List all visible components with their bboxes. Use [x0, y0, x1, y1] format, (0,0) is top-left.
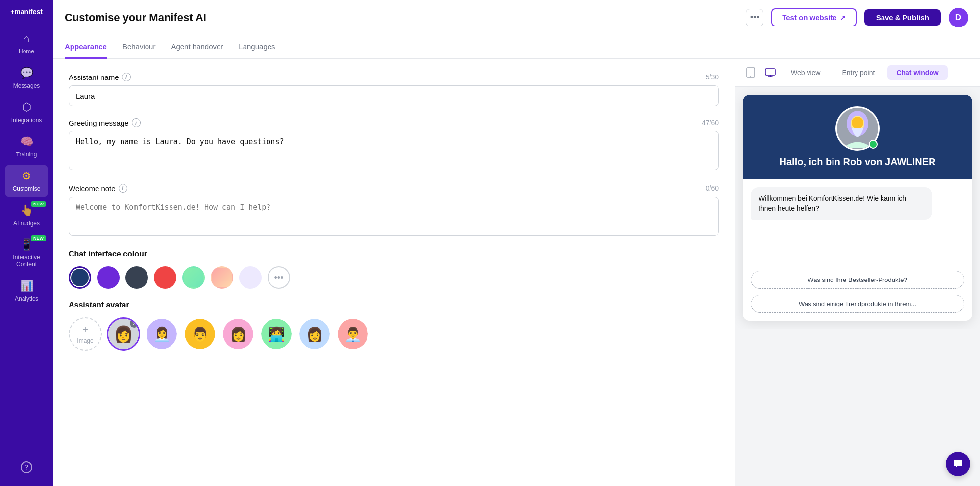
sidebar-item-label: AI nudges: [13, 220, 40, 227]
sidebar-item-training[interactable]: 🧠 Training: [5, 130, 48, 163]
avatar-face-5: 👩‍💻: [261, 319, 292, 349]
chat-avatar-wrap: [835, 106, 880, 151]
welcome-note-label: Welcome note i: [69, 184, 127, 193]
tab-agent-handover[interactable]: Agent handover: [171, 35, 223, 59]
chat-colour-field: Chat interface colour •••: [69, 250, 719, 289]
sidebar-item-interactive-content[interactable]: NEW 📱 Interactive Content: [5, 233, 48, 273]
chat-suggestion-1[interactable]: Was sind Ihre Bestseller-Produkte?: [751, 271, 964, 289]
home-icon: ⌂: [23, 32, 29, 45]
welcome-note-label-row: Welcome note i 0/60: [69, 184, 719, 193]
avatar-option-4[interactable]: 👩: [221, 317, 255, 351]
welcome-note-info-icon[interactable]: i: [119, 184, 127, 193]
welcome-note-input[interactable]: [69, 197, 719, 236]
logo-text: +manifest: [10, 8, 43, 16]
chat-greeting-bubble: Willkommen bei KomfortKissen.de! Wie kan…: [751, 187, 932, 220]
chat-suggestion-2[interactable]: Was sind einige Trendprodukte in Ihrem..…: [751, 295, 964, 313]
sidebar-item-ai-nudges-wrap: NEW 👆 AI nudges: [5, 199, 48, 231]
greeting-message-label: Greeting message i: [69, 118, 141, 127]
tabs-row: Appearance Behaviour Agent handover Lang…: [53, 35, 980, 59]
welcome-note-count: 0/60: [706, 184, 719, 192]
assistant-name-input[interactable]: [69, 85, 719, 106]
sidebar-item-ai-nudges[interactable]: NEW 👆 AI nudges: [5, 199, 48, 231]
greeting-message-field: Greeting message i 47/60 Hello, my name …: [69, 118, 719, 172]
remove-avatar-badge[interactable]: ✕: [130, 319, 139, 328]
online-status-dot: [869, 140, 878, 149]
assistant-avatar-field: Assistant avatar + Image 👩 ✕ 👩‍💼: [69, 301, 719, 351]
color-swatch-purple[interactable]: [97, 266, 120, 289]
avatar-face-6: 👩: [299, 319, 330, 349]
chat-body: Willkommen bei KomfortKissen.de! Wie kan…: [743, 179, 972, 321]
avatar-face-3: 👨: [185, 319, 215, 349]
chat-header-name: Hallo, ich bin Rob von JAWLINER: [780, 156, 936, 168]
chat-float-button[interactable]: [946, 452, 970, 476]
sidebar-item-label: Analytics: [15, 295, 38, 302]
tab-languages[interactable]: Languages: [239, 35, 275, 59]
new-badge-ai-nudges: NEW: [31, 201, 46, 207]
preview-tab-entry-point[interactable]: Entry point: [833, 65, 883, 80]
welcome-note-field: Welcome note i 0/60: [69, 184, 719, 238]
greeting-message-input[interactable]: Hello, my name is Laura. Do you have que…: [69, 131, 719, 170]
color-swatch-red[interactable]: [154, 266, 176, 289]
svg-point-1: [750, 76, 751, 77]
tab-appearance[interactable]: Appearance: [65, 35, 107, 59]
color-swatch-teal[interactable]: [182, 266, 205, 289]
sidebar-item-interactive-wrap: NEW 📱 Interactive Content: [5, 233, 48, 273]
tab-behaviour[interactable]: Behaviour: [122, 35, 156, 59]
avatar-face-7: 👨‍💼: [338, 319, 368, 349]
page-title: Customise your Manifest AI: [65, 11, 738, 24]
logo: +manifest: [10, 8, 43, 16]
sidebar-bottom: ?: [5, 457, 48, 478]
sidebar-item-label: Interactive Content: [9, 254, 44, 268]
svg-rect-2: [765, 69, 775, 75]
assistant-name-count: 5/30: [706, 73, 719, 81]
appearance-panel: Assistant name i 5/30 Greeting message i…: [53, 59, 735, 486]
more-button[interactable]: •••: [746, 9, 763, 26]
avatar-option-2[interactable]: 👩‍💼: [145, 317, 178, 351]
color-swatch-dark[interactable]: [125, 266, 148, 289]
avatar-face-2: 👩‍💼: [147, 319, 177, 349]
avatar-option-5[interactable]: 👩‍💻: [260, 317, 293, 351]
avatar-option-7[interactable]: 👨‍💼: [336, 317, 369, 351]
main-content: Customise your Manifest AI ••• Test on w…: [53, 0, 980, 486]
integrations-icon: ⬡: [22, 101, 31, 114]
sidebar-item-label: Home: [19, 48, 34, 55]
sidebar: +manifest ⌂ Home 💬 Messages ⬡ Integratio…: [0, 0, 53, 486]
plus-icon: +: [82, 324, 88, 335]
messages-icon: 💬: [20, 67, 33, 79]
sidebar-item-label: Messages: [13, 82, 40, 89]
sidebar-item-customise[interactable]: ⚙ Customise: [5, 165, 48, 197]
save-publish-button[interactable]: Save & Publish: [864, 9, 941, 26]
preview-panel: Web view Entry point Chat window: [735, 59, 980, 486]
avatar-option-6[interactable]: 👩: [298, 317, 331, 351]
sidebar-item-home[interactable]: ⌂ Home: [5, 27, 48, 60]
preview-tabs-row: Web view Entry point Chat window: [735, 59, 980, 87]
color-swatches-row: •••: [69, 266, 719, 289]
greeting-message-info-icon[interactable]: i: [132, 118, 141, 127]
color-swatch-peach[interactable]: [211, 266, 233, 289]
greeting-message-label-row: Greeting message i 47/60: [69, 118, 719, 127]
sidebar-item-help[interactable]: ?: [5, 457, 48, 478]
color-swatch-navy[interactable]: [69, 266, 91, 289]
color-more-button[interactable]: •••: [268, 266, 290, 289]
assistant-name-info-icon[interactable]: i: [122, 73, 131, 81]
sidebar-item-integrations[interactable]: ⬡ Integrations: [5, 96, 48, 128]
color-swatch-lavender[interactable]: [239, 266, 262, 289]
training-icon: 🧠: [20, 135, 33, 148]
new-badge-interactive: NEW: [31, 235, 46, 241]
analytics-icon: 📊: [20, 280, 33, 292]
mobile-device-button[interactable]: [743, 65, 759, 80]
customise-icon: ⚙: [22, 170, 31, 182]
sidebar-item-analytics[interactable]: 📊 Analytics: [5, 275, 48, 307]
preview-tab-chat-window[interactable]: Chat window: [887, 65, 947, 80]
test-on-website-button[interactable]: Test on website ↗: [771, 8, 856, 26]
avatar-option-3[interactable]: 👨: [183, 317, 217, 351]
sidebar-item-messages[interactable]: 💬 Messages: [5, 62, 48, 94]
add-image-label: Image: [77, 337, 93, 344]
preview-tab-web-view[interactable]: Web view: [782, 65, 829, 80]
user-avatar[interactable]: D: [949, 8, 968, 27]
add-image-button[interactable]: + Image: [69, 317, 102, 351]
avatar-option-1[interactable]: 👩 ✕: [107, 317, 140, 351]
desktop-device-button[interactable]: [762, 65, 778, 80]
sidebar-item-label: Customise: [13, 185, 41, 192]
assistant-name-label: Assistant name i: [69, 73, 131, 81]
